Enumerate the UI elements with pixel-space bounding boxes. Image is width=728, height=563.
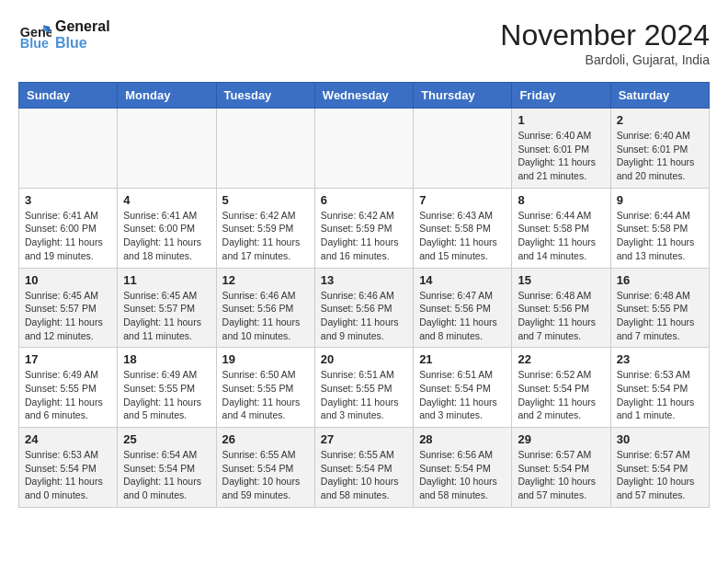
day-cell: 24Sunrise: 6:53 AMSunset: 5:54 PMDayligh… <box>19 428 118 508</box>
day-cell: 25Sunrise: 6:54 AMSunset: 5:54 PMDayligh… <box>118 428 216 508</box>
page-header: General Blue General Blue November 2024 … <box>18 18 710 67</box>
logo: General Blue General Blue <box>18 18 110 52</box>
day-number: 5 <box>222 193 309 207</box>
logo-line1: General <box>55 18 110 35</box>
day-info: Sunrise: 6:41 AMSunset: 6:00 PMDaylight:… <box>25 209 111 263</box>
day-cell: 3Sunrise: 6:41 AMSunset: 6:00 PMDaylight… <box>19 188 118 268</box>
day-number: 24 <box>25 432 111 446</box>
day-info: Sunrise: 6:40 AMSunset: 6:01 PMDaylight:… <box>518 129 604 183</box>
day-cell: 21Sunrise: 6:51 AMSunset: 5:54 PMDayligh… <box>414 348 512 428</box>
day-number: 22 <box>518 352 604 366</box>
day-info: Sunrise: 6:44 AMSunset: 5:58 PMDaylight:… <box>617 209 703 263</box>
day-info: Sunrise: 6:41 AMSunset: 6:00 PMDaylight:… <box>123 209 210 263</box>
day-number: 11 <box>123 273 210 287</box>
day-cell: 14Sunrise: 6:47 AMSunset: 5:56 PMDayligh… <box>414 268 512 348</box>
week-row-4: 17Sunrise: 6:49 AMSunset: 5:55 PMDayligh… <box>19 348 710 428</box>
day-cell: 23Sunrise: 6:53 AMSunset: 5:54 PMDayligh… <box>610 348 709 428</box>
day-info: Sunrise: 6:45 AMSunset: 5:57 PMDaylight:… <box>25 289 111 343</box>
logo-icon: General Blue <box>18 18 51 52</box>
week-row-1: 1Sunrise: 6:40 AMSunset: 6:01 PMDaylight… <box>19 109 710 189</box>
day-info: Sunrise: 6:49 AMSunset: 5:55 PMDaylight:… <box>123 368 210 422</box>
day-number: 18 <box>123 352 210 366</box>
day-number: 19 <box>222 352 309 366</box>
month-title: November 2024 <box>500 18 710 52</box>
day-cell: 7Sunrise: 6:43 AMSunset: 5:58 PMDaylight… <box>414 188 512 268</box>
day-info: Sunrise: 6:51 AMSunset: 5:55 PMDaylight:… <box>321 368 407 422</box>
weekday-header-wednesday: Wednesday <box>314 83 413 109</box>
day-number: 28 <box>419 432 506 446</box>
day-cell: 9Sunrise: 6:44 AMSunset: 5:58 PMDaylight… <box>610 188 709 268</box>
day-number: 3 <box>25 193 111 207</box>
day-number: 30 <box>617 432 703 446</box>
day-cell: 4Sunrise: 6:41 AMSunset: 6:00 PMDaylight… <box>118 188 216 268</box>
weekday-header-saturday: Saturday <box>610 83 709 109</box>
day-cell: 20Sunrise: 6:51 AMSunset: 5:55 PMDayligh… <box>314 348 413 428</box>
day-cell: 1Sunrise: 6:40 AMSunset: 6:01 PMDaylight… <box>512 109 610 189</box>
day-number: 23 <box>617 352 703 366</box>
weekday-header-thursday: Thursday <box>414 83 512 109</box>
day-cell: 22Sunrise: 6:52 AMSunset: 5:54 PMDayligh… <box>512 348 610 428</box>
day-cell: 12Sunrise: 6:46 AMSunset: 5:56 PMDayligh… <box>216 268 314 348</box>
day-cell: 18Sunrise: 6:49 AMSunset: 5:55 PMDayligh… <box>118 348 216 428</box>
day-info: Sunrise: 6:56 AMSunset: 5:54 PMDaylight:… <box>419 448 506 502</box>
day-info: Sunrise: 6:55 AMSunset: 5:54 PMDaylight:… <box>222 448 309 502</box>
weekday-header-sunday: Sunday <box>19 83 118 109</box>
week-row-3: 10Sunrise: 6:45 AMSunset: 5:57 PMDayligh… <box>19 268 710 348</box>
day-cell: 15Sunrise: 6:48 AMSunset: 5:56 PMDayligh… <box>512 268 610 348</box>
day-number: 25 <box>123 432 210 446</box>
day-number: 16 <box>617 273 703 287</box>
day-number: 6 <box>321 193 407 207</box>
day-cell: 8Sunrise: 6:44 AMSunset: 5:58 PMDaylight… <box>512 188 610 268</box>
day-info: Sunrise: 6:42 AMSunset: 5:59 PMDaylight:… <box>321 209 407 263</box>
day-cell: 27Sunrise: 6:55 AMSunset: 5:54 PMDayligh… <box>314 428 413 508</box>
day-number: 8 <box>518 193 604 207</box>
day-number: 7 <box>419 193 506 207</box>
day-cell: 29Sunrise: 6:57 AMSunset: 5:54 PMDayligh… <box>512 428 610 508</box>
day-cell <box>414 109 512 189</box>
weekday-header-row: SundayMondayTuesdayWednesdayThursdayFrid… <box>19 83 710 109</box>
weekday-header-friday: Friday <box>512 83 610 109</box>
day-number: 14 <box>419 273 506 287</box>
day-info: Sunrise: 6:53 AMSunset: 5:54 PMDaylight:… <box>25 448 111 502</box>
day-number: 27 <box>321 432 407 446</box>
day-info: Sunrise: 6:54 AMSunset: 5:54 PMDaylight:… <box>123 448 210 502</box>
day-info: Sunrise: 6:57 AMSunset: 5:54 PMDaylight:… <box>518 448 604 502</box>
day-info: Sunrise: 6:51 AMSunset: 5:54 PMDaylight:… <box>419 368 506 422</box>
day-cell: 2Sunrise: 6:40 AMSunset: 6:01 PMDaylight… <box>610 109 709 189</box>
day-info: Sunrise: 6:46 AMSunset: 5:56 PMDaylight:… <box>222 289 309 343</box>
day-info: Sunrise: 6:47 AMSunset: 5:56 PMDaylight:… <box>419 289 506 343</box>
day-info: Sunrise: 6:42 AMSunset: 5:59 PMDaylight:… <box>222 209 309 263</box>
day-number: 4 <box>123 193 210 207</box>
day-info: Sunrise: 6:40 AMSunset: 6:01 PMDaylight:… <box>617 129 703 183</box>
day-cell: 26Sunrise: 6:55 AMSunset: 5:54 PMDayligh… <box>216 428 314 508</box>
location: Bardoli, Gujarat, India <box>500 52 710 67</box>
day-info: Sunrise: 6:43 AMSunset: 5:58 PMDaylight:… <box>419 209 506 263</box>
day-cell <box>19 109 118 189</box>
day-info: Sunrise: 6:45 AMSunset: 5:57 PMDaylight:… <box>123 289 210 343</box>
day-cell: 16Sunrise: 6:48 AMSunset: 5:55 PMDayligh… <box>610 268 709 348</box>
day-number: 17 <box>25 352 111 366</box>
day-cell <box>314 109 413 189</box>
day-info: Sunrise: 6:53 AMSunset: 5:54 PMDaylight:… <box>617 368 703 422</box>
day-cell: 19Sunrise: 6:50 AMSunset: 5:55 PMDayligh… <box>216 348 314 428</box>
day-number: 21 <box>419 352 506 366</box>
weekday-header-tuesday: Tuesday <box>216 83 314 109</box>
day-info: Sunrise: 6:55 AMSunset: 5:54 PMDaylight:… <box>321 448 407 502</box>
calendar-table: SundayMondayTuesdayWednesdayThursdayFrid… <box>18 82 710 508</box>
title-block: November 2024 Bardoli, Gujarat, India <box>500 18 710 67</box>
day-number: 13 <box>321 273 407 287</box>
day-cell: 10Sunrise: 6:45 AMSunset: 5:57 PMDayligh… <box>19 268 118 348</box>
day-number: 10 <box>25 273 111 287</box>
day-number: 2 <box>617 113 703 127</box>
day-number: 20 <box>321 352 407 366</box>
day-number: 29 <box>518 432 604 446</box>
day-cell: 30Sunrise: 6:57 AMSunset: 5:54 PMDayligh… <box>610 428 709 508</box>
day-info: Sunrise: 6:48 AMSunset: 5:55 PMDaylight:… <box>617 289 703 343</box>
day-info: Sunrise: 6:48 AMSunset: 5:56 PMDaylight:… <box>518 289 604 343</box>
day-info: Sunrise: 6:49 AMSunset: 5:55 PMDaylight:… <box>25 368 111 422</box>
day-number: 12 <box>222 273 309 287</box>
logo-line2: Blue <box>55 35 110 52</box>
day-cell: 28Sunrise: 6:56 AMSunset: 5:54 PMDayligh… <box>414 428 512 508</box>
day-info: Sunrise: 6:57 AMSunset: 5:54 PMDaylight:… <box>617 448 703 502</box>
week-row-2: 3Sunrise: 6:41 AMSunset: 6:00 PMDaylight… <box>19 188 710 268</box>
